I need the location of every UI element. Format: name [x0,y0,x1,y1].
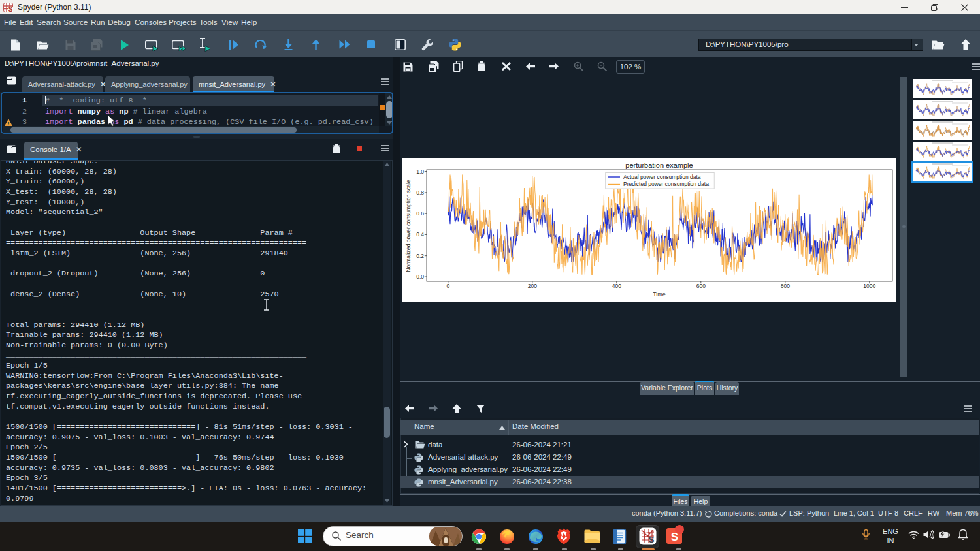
svg-text:400: 400 [612,283,621,289]
svg-text:200: 200 [528,283,537,289]
svg-text:S: S [649,535,655,544]
svg-text:!: ! [8,121,10,127]
svg-text:0.4: 0.4 [416,231,424,238]
svg-text:Time: Time [653,291,666,298]
svg-text:0.2: 0.2 [416,253,424,259]
svg-text:800: 800 [781,283,790,289]
svg-text:600: 600 [696,283,706,289]
svg-text:Predicted power consumption da: Predicted power consumption data [623,181,709,187]
svg-text:Actual power consumption data: Actual power consumption data [623,174,701,180]
svg-text:1.0: 1.0 [416,168,424,175]
svg-text:Normalized power consumption s: Normalized power consumption scale [405,180,412,272]
svg-text:0.8: 0.8 [416,189,424,196]
svg-text:0: 0 [446,283,449,289]
svg-text:1000: 1000 [863,283,875,289]
svg-text:0.6: 0.6 [416,210,424,217]
svg-text:0.0: 0.0 [416,274,424,280]
svg-text:perturbation example: perturbation example [625,161,693,169]
svg-text:S: S [8,6,13,12]
